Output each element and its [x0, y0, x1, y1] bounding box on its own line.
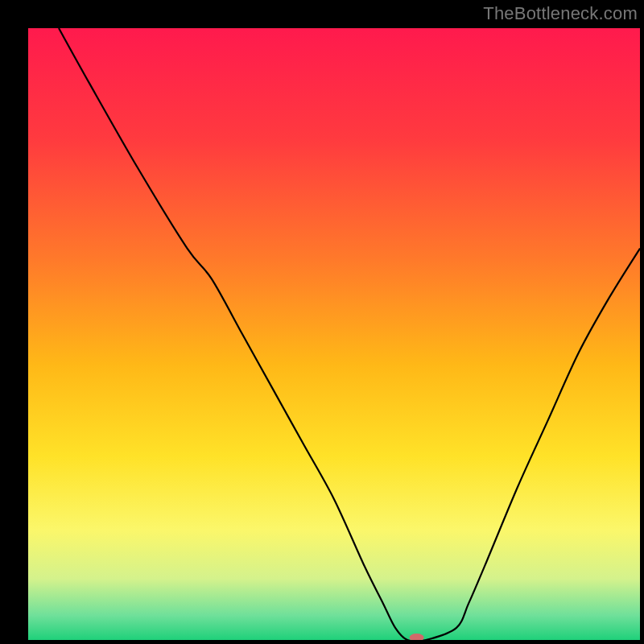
- attribution-label: TheBottleneck.com: [483, 3, 638, 24]
- plot-area: [28, 28, 640, 640]
- bottleneck-chart: [28, 28, 640, 640]
- gradient-background: [28, 28, 640, 640]
- chart-frame: TheBottleneck.com: [0, 0, 644, 644]
